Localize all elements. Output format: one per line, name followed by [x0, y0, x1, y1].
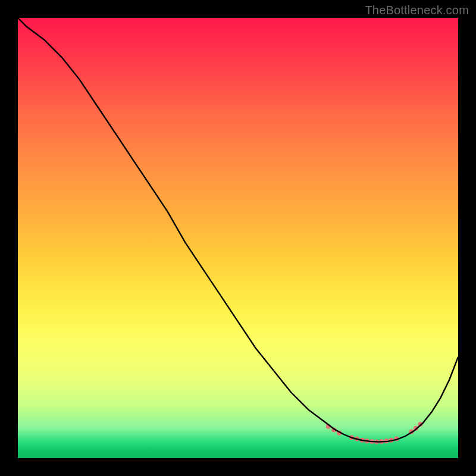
watermark-label: TheBottleneck.com — [365, 4, 469, 17]
bottleneck-curve — [18, 18, 458, 442]
chart-frame: TheBottleneck.com — [0, 0, 476, 476]
curve-layer — [18, 18, 458, 458]
plot-area — [18, 18, 458, 458]
